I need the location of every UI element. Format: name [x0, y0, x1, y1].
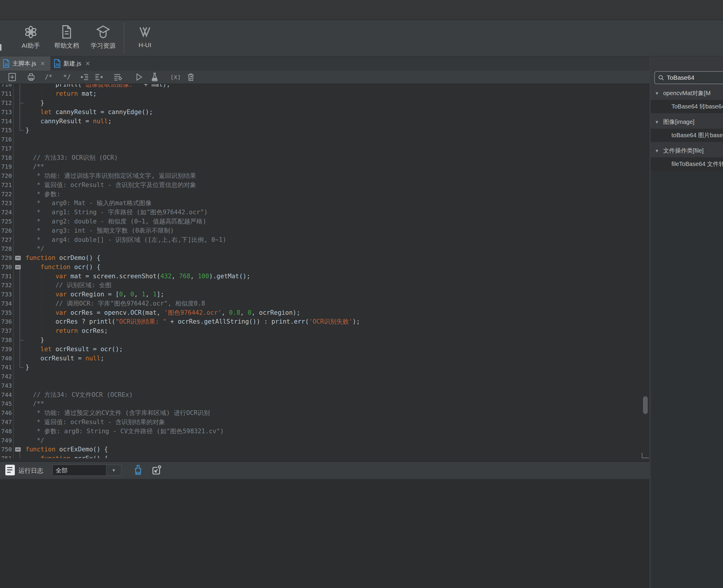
code-line[interactable]: 748 * 参数: arg0: String - CV文件路径 (如"图色598… — [0, 426, 640, 436]
run-log-header: 运行日志 全部 ▼ — [0, 462, 650, 479]
vertical-scrollbar-thumb[interactable] — [643, 396, 648, 414]
tree-group-row[interactable]: ▼图像[image] — [651, 115, 723, 129]
line-number: 717 — [0, 145, 12, 152]
code-line[interactable]: 743 — [0, 381, 640, 390]
fold-column — [12, 399, 25, 408]
code-line[interactable]: 719 /** — [0, 162, 640, 171]
fold-column — [12, 208, 25, 217]
code-line[interactable]: 710 printl("边缘提取后图像: " + mat); — [0, 84, 640, 89]
code-line[interactable]: 742 — [0, 372, 640, 381]
ai-assistant-button[interactable]: AI助手 — [13, 24, 49, 55]
code-line[interactable]: 726 * arg3: int - 预期文字数 (0表示不限制) — [0, 226, 640, 235]
run-button[interactable] — [133, 72, 145, 82]
code-line[interactable]: 721 * 返回值: ocrResult - 含识别文字及位置信息的对象 — [0, 181, 640, 190]
test-flask-button[interactable] — [149, 72, 160, 82]
line-number: 722 — [0, 191, 12, 198]
code-line[interactable]: 740 ocrResult = null; — [0, 354, 640, 363]
code-line[interactable]: 744 // 方法34: CV文件OCR (OCREx) — [0, 390, 640, 399]
comment-open-button[interactable]: /* — [43, 72, 54, 82]
code-line[interactable]: 717 — [0, 144, 640, 153]
export-log-button[interactable] — [151, 465, 162, 476]
code-line[interactable]: 722 * 参数: — [0, 189, 640, 198]
print-button[interactable] — [25, 72, 37, 82]
code-line[interactable]: 727 * arg4: double[] - 识别区域 ([左,上,右,下]比例… — [0, 235, 640, 244]
code-line[interactable]: 734 // 调用OCR: 字库"图色976442.ocr", 相似度0.8 — [0, 299, 640, 308]
code-line[interactable]: 750function ocrExDemo() { — [0, 445, 640, 454]
line-number: 735 — [0, 309, 12, 316]
code-text: * arg4: double[] - 识别区域 ([左,上,右,下]比例, 0~… — [25, 236, 226, 244]
hui-button[interactable]: H-UI — [127, 24, 163, 55]
indent-button[interactable] — [93, 72, 104, 82]
line-number: 715 — [0, 127, 12, 134]
code-line[interactable]: 730 function ocr() { — [0, 262, 640, 272]
close-icon[interactable]: ✕ — [40, 61, 45, 66]
code-line[interactable]: 729function ocrDemo() { — [0, 253, 640, 262]
code-text: * arg2: double - 相似度 (0~1, 值越高匹配越严格) — [25, 217, 206, 226]
fold-collapse-icon[interactable] — [15, 265, 21, 269]
svg-text:JS: JS — [55, 63, 60, 67]
code-line[interactable]: 715} — [0, 126, 640, 135]
code-line[interactable]: 712 } — [0, 98, 640, 108]
code-line[interactable]: 737 return ocrRes; — [0, 326, 640, 335]
tree-item-row[interactable]: ToBase64 转base64 — [651, 100, 723, 113]
chevron-down-icon[interactable]: ▼ — [106, 465, 121, 476]
code-line[interactable]: 716 — [0, 135, 640, 144]
code-line[interactable]: 745 /** — [0, 399, 640, 408]
help-docs-button[interactable]: 帮助文档 — [49, 24, 84, 55]
code-line[interactable]: 746 * 功能: 通过预定义的CV文件 (含字库和区域) 进行OCR识别 — [0, 408, 640, 418]
js-file-icon: JS — [2, 59, 10, 68]
code-line[interactable]: 720 * 功能: 通过训练字库识别指定区域文字, 返回识别结果 — [0, 171, 640, 181]
code-line[interactable]: 723 * arg0: Mat - 输入的mat格式图像 — [0, 198, 640, 208]
tree-collapse-icon[interactable]: ▼ — [651, 91, 663, 96]
clear-script-button[interactable] — [185, 72, 196, 82]
code-line[interactable]: 741} — [0, 363, 640, 372]
code-line[interactable]: 749 */ — [0, 436, 640, 445]
tree-group-row[interactable]: ▼文件操作类[file] — [651, 144, 723, 158]
tab-new-script[interactable]: JS 新建.js ✕ — [51, 56, 93, 70]
code-line[interactable]: 711 return mat; — [0, 89, 640, 98]
line-number: 718 — [0, 154, 12, 161]
fold-collapse-icon[interactable] — [15, 256, 21, 260]
api-search-box[interactable]: ToBase64 — [654, 71, 723, 84]
code-line[interactable]: 733 var ocrRegion = [0, 0, 1, 1]; — [0, 290, 640, 299]
code-line[interactable]: 738 } — [0, 335, 640, 345]
code-line[interactable]: 731 var mat = screen.screenShot(432, 768… — [0, 272, 640, 281]
comment-close-button[interactable]: */ — [61, 72, 72, 82]
tree-collapse-icon[interactable]: ▼ — [651, 148, 663, 153]
tree-item-row[interactable]: fileToBase64 文件转base64 — [651, 158, 723, 171]
code-line[interactable]: 718 // 方法33: OCR识别 (OCR) — [0, 153, 640, 162]
line-number: 726 — [0, 227, 12, 234]
format-code-button[interactable] — [112, 72, 124, 82]
code-line[interactable]: 736 ocrRes ? printl("OCR识别结果: " + ocrRes… — [0, 317, 640, 326]
code-line[interactable]: 732 // 识别区域: 全图 — [0, 281, 640, 290]
add-square-button[interactable] — [6, 72, 18, 82]
code-editor[interactable]: 710 printl("边缘提取后图像: " + mat);711 return… — [0, 84, 650, 458]
code-line[interactable]: 724 * arg1: String - 字库路径 (如"图色976442.oc… — [0, 208, 640, 217]
clear-log-button[interactable] — [132, 464, 144, 476]
learning-resources-button[interactable]: 学习资源 — [85, 24, 121, 55]
code-line[interactable]: 713 let cannyResult = cannyEdge(); — [0, 107, 640, 117]
line-number: 737 — [0, 327, 12, 334]
run-log-content[interactable] — [0, 479, 650, 588]
outdent-button[interactable] — [79, 72, 90, 82]
code-line[interactable]: 747 * 返回值: ocrResult - 含识别结果的对象 — [0, 418, 640, 427]
log-filter-dropdown[interactable]: 全部 ▼ — [52, 465, 122, 476]
variables-icon: [X] — [170, 74, 181, 80]
learning-resources-label: 学习资源 — [91, 41, 115, 50]
close-icon[interactable]: ✕ — [85, 61, 90, 66]
code-line[interactable]: 739 let ocrResult = ocr(); — [0, 344, 640, 354]
code-line[interactable]: 714 cannyResult = null; — [0, 117, 640, 126]
tree-item-row[interactable]: toBase64 图片base64 — [651, 129, 723, 142]
fold-collapse-icon[interactable] — [15, 447, 21, 452]
tree-group-row[interactable]: ▼opencvMat对象[M — [651, 87, 723, 100]
code-line[interactable]: 728 */ — [0, 244, 640, 253]
line-number: 732 — [0, 281, 12, 289]
code-line[interactable]: 735 var ocrRes = opencv.OCR(mat, '图色9764… — [0, 308, 640, 317]
search-input[interactable]: ToBase64 — [667, 74, 694, 81]
code-line[interactable]: 751 function ocrEx() { — [0, 454, 640, 458]
tab-main-script[interactable]: JS 主脚本.js ✕ — [0, 56, 50, 70]
variables-button[interactable]: [X] — [170, 72, 182, 82]
printer-icon — [27, 72, 36, 82]
code-line[interactable]: 725 * arg2: double - 相似度 (0~1, 值越高匹配越严格) — [0, 217, 640, 226]
tree-collapse-icon[interactable]: ▼ — [651, 120, 663, 125]
